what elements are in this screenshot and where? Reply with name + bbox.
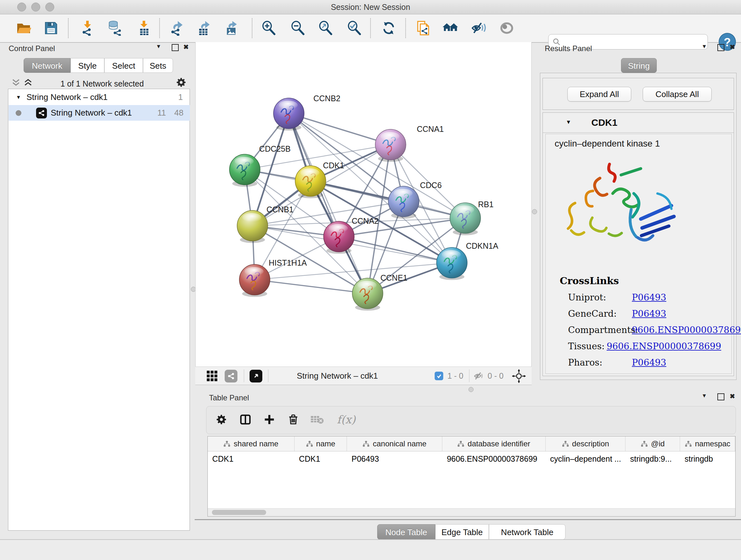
column-header-shared-name[interactable]: shared name xyxy=(208,436,294,451)
tab-style[interactable]: Style xyxy=(71,58,105,73)
table-cell[interactable]: CDK1 xyxy=(208,451,294,466)
crosslink-value-link[interactable]: 9606.ENSP00000378699 xyxy=(607,341,721,352)
node-label-CCNB1: CCNB1 xyxy=(266,205,293,214)
zoom-out-icon[interactable] xyxy=(289,20,306,37)
collection-count: 1 xyxy=(179,92,183,102)
zoom-selected-icon[interactable] xyxy=(346,20,362,37)
expand-all-networks-icon[interactable] xyxy=(23,78,32,86)
hide-unhide-icon[interactable] xyxy=(471,20,487,37)
right-splitter-handle[interactable] xyxy=(532,209,537,214)
crosslink-value-link[interactable]: P06493 xyxy=(632,292,666,303)
delete-column-trash-icon[interactable] xyxy=(285,411,302,428)
tab-network[interactable]: Network xyxy=(23,58,71,73)
network-node-HIST1H1A[interactable] xyxy=(239,264,270,297)
hidden-eye-icon[interactable] xyxy=(474,371,484,381)
export-table-icon[interactable] xyxy=(196,20,212,37)
horizontal-scrollbar xyxy=(208,508,735,516)
node-label-CCNB2: CCNB2 xyxy=(313,94,340,103)
network-node-count: 11 xyxy=(157,108,166,118)
copy-network-icon[interactable] xyxy=(415,20,432,37)
tab-network-table[interactable]: Network Table xyxy=(489,524,565,540)
column-header-description[interactable]: description xyxy=(546,436,626,451)
selected-checkbox-icon[interactable] xyxy=(434,372,443,380)
export-network-icon[interactable] xyxy=(169,20,185,37)
refresh-view-icon[interactable] xyxy=(381,20,397,37)
table-cell[interactable]: stringdb:9... xyxy=(625,451,680,466)
section-collapse-icon[interactable]: ▼ xyxy=(566,119,571,125)
tab-node-table[interactable]: Node Table xyxy=(377,524,435,540)
collapse-all-networks-icon[interactable] xyxy=(11,78,20,86)
home-networks-icon[interactable] xyxy=(442,20,459,37)
tab-string[interactable]: String xyxy=(621,58,657,73)
crosslink-value-link[interactable]: P06493 xyxy=(632,308,666,319)
network-node-CCNA1[interactable] xyxy=(375,129,406,162)
table-cell[interactable]: P06493 xyxy=(347,451,442,466)
network-collection-row[interactable]: ▼ String Network – cdk1 1 xyxy=(9,89,190,105)
control-panel-collapse-icon[interactable]: ▼ xyxy=(154,44,163,50)
network-panel-gear-icon[interactable] xyxy=(176,77,187,88)
results-panel-collapse-icon[interactable]: ▼ xyxy=(700,44,709,50)
table-cell[interactable]: stringdb xyxy=(680,451,735,466)
results-panel-close-icon[interactable]: ✖ xyxy=(728,43,737,51)
table-cell[interactable]: 9606.ENSP00000378699 xyxy=(442,451,546,466)
horizontal-scrollbar-thumb[interactable] xyxy=(212,510,266,515)
save-session-icon[interactable] xyxy=(43,20,59,37)
network-node-CCNE1[interactable] xyxy=(352,278,383,311)
protein-section-header[interactable]: ▼ CDK1 xyxy=(543,113,734,133)
detach-view-icon[interactable] xyxy=(250,370,262,382)
import-table-icon[interactable] xyxy=(136,20,152,37)
collapse-all-button[interactable]: Collapse All xyxy=(643,87,712,102)
network-node-CCNB2[interactable] xyxy=(273,98,304,131)
show-column-panel-icon[interactable] xyxy=(237,411,254,428)
network-canvas[interactable]: CCNB2CCNA1CDC25BCDK1CDC6RB1CCNB1CCNA2CDK… xyxy=(195,42,532,367)
control-panel-close-icon[interactable]: ✖ xyxy=(182,43,190,51)
collection-expand-icon[interactable]: ▼ xyxy=(14,95,23,100)
grid-view-icon[interactable] xyxy=(207,371,218,381)
tab-select[interactable]: Select xyxy=(105,58,143,73)
crosslinks-list: Uniprot:P06493GeneCard:P06493Compartment… xyxy=(568,289,721,371)
network-node-CCNA2[interactable] xyxy=(324,221,354,254)
toolbar-separator xyxy=(68,18,69,38)
table-row[interactable]: CDK1CDK1P064939606.ENSP00000378699cyclin… xyxy=(208,451,735,466)
network-node-CCNB1[interactable] xyxy=(237,210,268,243)
table-panel-close-icon[interactable]: ✖ xyxy=(728,392,737,400)
control-panel-float-icon[interactable] xyxy=(172,44,179,51)
column-header-database-identifier[interactable]: database identifier xyxy=(442,436,546,451)
results-panel-float-icon[interactable] xyxy=(718,44,724,51)
table-panel-float-icon[interactable] xyxy=(718,393,724,400)
zoom-fit-icon[interactable] xyxy=(317,20,334,37)
crosslink-row: Uniprot:P06493 xyxy=(568,289,721,306)
tab-sets[interactable]: Sets xyxy=(143,58,173,73)
network-row-selected[interactable]: String Network – cdk1 11 48 xyxy=(9,105,190,121)
network-node-CDC25B[interactable] xyxy=(229,154,260,187)
open-session-icon[interactable] xyxy=(15,20,32,37)
network-node-RB1[interactable] xyxy=(450,203,481,235)
expand-all-button[interactable]: Expand All xyxy=(567,87,631,102)
crosslink-value-link[interactable]: 9606.ENSP00000378699 xyxy=(632,325,741,335)
table-cell[interactable]: CDK1 xyxy=(294,451,347,466)
import-network-from-database-icon[interactable] xyxy=(106,20,123,37)
bottom-splitter-handle[interactable] xyxy=(468,387,474,392)
import-network-icon[interactable] xyxy=(79,20,96,37)
network-view-share-icon[interactable] xyxy=(225,370,238,382)
main-toolbar: ? xyxy=(0,14,741,43)
column-header-name[interactable]: name xyxy=(294,436,347,451)
table-cell[interactable]: cyclin–dependent ... xyxy=(546,451,626,466)
tab-edge-table[interactable]: Edge Table xyxy=(435,524,489,540)
column-header-canonical-name[interactable]: canonical name xyxy=(347,436,442,451)
node-label-CDC6: CDC6 xyxy=(420,181,442,190)
node-label-CCNE1: CCNE1 xyxy=(381,273,408,282)
zoom-in-icon[interactable] xyxy=(260,20,277,37)
crosslink-value-link[interactable]: P06493 xyxy=(632,357,666,368)
table-panel-collapse-icon[interactable]: ▼ xyxy=(700,393,709,399)
table-gear-icon[interactable] xyxy=(213,411,230,428)
network-node-CDKN1A[interactable] xyxy=(436,247,467,280)
birds-eye-crosshair-icon[interactable] xyxy=(512,369,526,383)
table-panel-title: Table Panel xyxy=(209,393,249,402)
export-image-icon[interactable] xyxy=(223,20,240,37)
column-header--id[interactable]: @id xyxy=(625,436,680,451)
selected-count: 1 - 0 xyxy=(448,367,463,385)
add-column-icon[interactable] xyxy=(261,411,278,428)
network-node-CDC6[interactable] xyxy=(388,186,419,219)
column-header-namespac[interactable]: namespac xyxy=(680,436,735,451)
